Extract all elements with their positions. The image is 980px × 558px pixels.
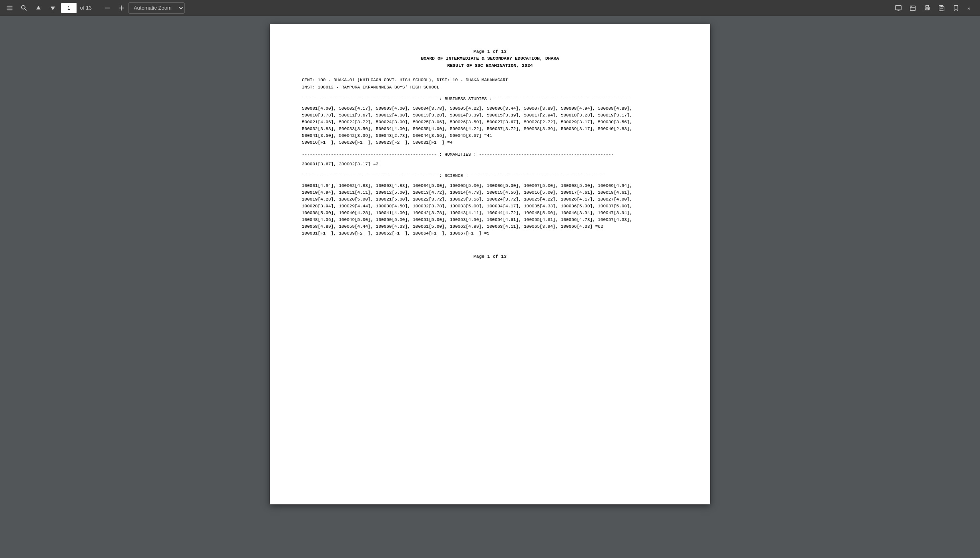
cent-info: CENT: 100 - DHAKA-01 (KHILGAON GOVT. HIG…: [302, 77, 678, 84]
svg-rect-10: [896, 5, 901, 10]
svg-rect-16: [926, 8, 928, 10]
svg-point-3: [22, 5, 25, 9]
svg-rect-18: [940, 8, 943, 10]
presentation-icon: [895, 4, 902, 12]
svg-text:»: »: [968, 5, 970, 11]
inst-info: INST: 108012 - RAMPURA EKRAMUNNESA BOYS'…: [302, 84, 678, 91]
bookmark-icon: [952, 4, 960, 12]
page-of-label: of 13: [80, 5, 92, 11]
arrow-up-icon: [35, 4, 42, 12]
svg-rect-2: [7, 9, 12, 10]
business-studies-divider: ----------------------------------------…: [302, 96, 678, 102]
toggle-sidebar-button[interactable]: [3, 2, 16, 14]
svg-rect-17: [940, 5, 942, 7]
zoom-in-button[interactable]: [115, 2, 128, 14]
search-icon: [20, 4, 28, 12]
page-content: Page 1 of 13 BOARD OF INTERMEDIATE & SEC…: [302, 48, 678, 260]
humanities-data: 300001[3.67], 300002[3.17] =2: [302, 161, 678, 168]
presentation-mode-button[interactable]: [892, 2, 905, 14]
svg-rect-1: [7, 8, 12, 8]
exam-title: RESULT OF SSC EXAMINATION, 2024: [302, 62, 678, 69]
minus-icon: [104, 4, 111, 12]
humanities-divider: ----------------------------------------…: [302, 151, 678, 158]
page-header: Page 1 of 13 BOARD OF INTERMEDIATE & SEC…: [302, 48, 678, 69]
page-number-input[interactable]: Page 1 of 13: [61, 3, 77, 13]
page-num-top: Page 1 of 13: [302, 48, 678, 55]
svg-rect-7: [105, 8, 110, 8]
svg-marker-6: [51, 6, 55, 10]
science-data: 100001[4.94], 100002[4.83], 100003[4.83]…: [302, 183, 678, 237]
open-file-button[interactable]: [906, 2, 919, 14]
zoom-controls: Automatic Zoom Actual Size Page Fit Page…: [101, 2, 185, 14]
svg-marker-5: [36, 6, 41, 9]
sidebar-icon: [6, 4, 13, 12]
next-page-button[interactable]: [46, 2, 59, 14]
print-icon: [924, 4, 931, 12]
print-button[interactable]: [921, 2, 934, 14]
science-divider: ----------------------------------------…: [302, 173, 678, 179]
svg-line-4: [25, 8, 27, 10]
toolbar-right: »: [892, 2, 977, 14]
chevron-right-icon: »: [967, 4, 974, 12]
business-studies-data: 500001[4.00], 500002[4.17], 500003[4.00]…: [302, 105, 678, 146]
save-icon: [938, 4, 945, 12]
board-title: BOARD OF INTERMEDIATE & SECONDARY EDUCAT…: [302, 55, 678, 62]
viewer-area: Page 1 of 13 BOARD OF INTERMEDIATE & SEC…: [0, 16, 980, 558]
svg-rect-9: [121, 5, 122, 10]
svg-rect-13: [910, 6, 916, 10]
page-footer: Page 1 of 13: [302, 253, 678, 260]
toolbar: Page 1 of 13 of 13 Automatic Zoom Actual…: [0, 0, 980, 16]
zoom-out-button[interactable]: [101, 2, 114, 14]
arrow-down-icon: [49, 4, 56, 12]
more-tools-button[interactable]: »: [964, 2, 977, 14]
svg-rect-0: [7, 6, 12, 6]
save-button[interactable]: [935, 2, 948, 14]
search-button[interactable]: [18, 2, 30, 14]
prev-page-button[interactable]: [32, 2, 45, 14]
bookmark-button[interactable]: [950, 2, 962, 14]
pdf-page: Page 1 of 13 BOARD OF INTERMEDIATE & SEC…: [270, 24, 710, 504]
svg-rect-15: [926, 5, 928, 7]
open-file-icon: [909, 4, 916, 12]
plus-icon: [118, 4, 125, 12]
zoom-select[interactable]: Automatic Zoom Actual Size Page Fit Page…: [129, 2, 185, 14]
